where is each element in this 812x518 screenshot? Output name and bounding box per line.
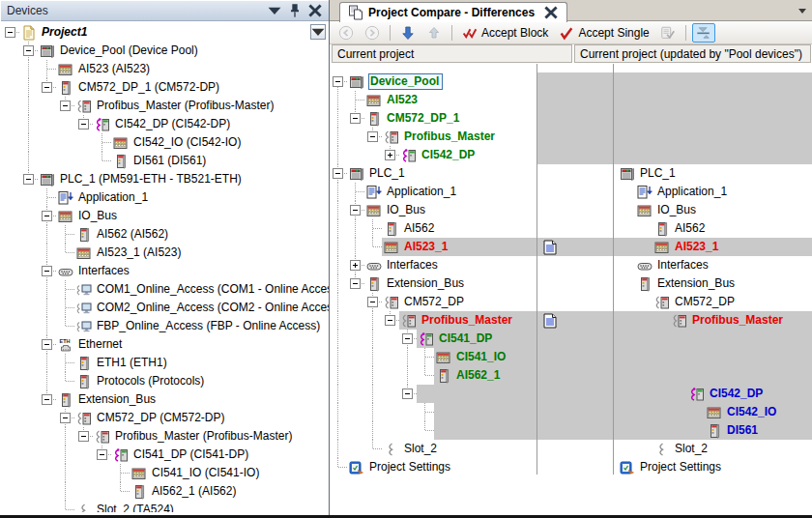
tree-item-label[interactable]: CM572_DP	[674, 294, 738, 310]
device-tree-row[interactable]: Project1	[1, 23, 329, 42]
device-tree-row[interactable]: IO_Bus	[1, 207, 329, 225]
device-tree-row[interactable]: DI561 (DI561)	[1, 152, 329, 170]
tree-expander-minus[interactable]	[42, 394, 52, 405]
tree-item-label[interactable]: CI541_IO	[455, 349, 508, 365]
compare-left-row[interactable]: AI523_1	[330, 238, 536, 256]
compare-left-row[interactable]: Profibus_Master	[330, 128, 536, 146]
device-tree-row[interactable]: CI542_IO (CI542-IO)	[1, 133, 329, 152]
tree-expander-minus[interactable]	[367, 297, 378, 307]
tree-expander-minus[interactable]	[367, 131, 378, 142]
tree-expander-minus[interactable]	[350, 113, 361, 124]
tree-expander-minus[interactable]	[5, 27, 15, 38]
tree-item-label[interactable]: CI541_DP	[438, 331, 495, 347]
tree-item-label[interactable]: ETH1 (ETH1)	[96, 355, 170, 371]
tree-item-label[interactable]: CI542_IO (CI542-IO)	[132, 134, 244, 151]
devices-header-close-button[interactable]	[307, 4, 323, 18]
compare-left-row[interactable]: Interfaces	[330, 256, 536, 274]
device-tree-row[interactable]: COM2_Online_Access (COM2 - Online Access…	[1, 299, 329, 317]
device-tree-row[interactable]: CM572_DP_1 (CM572-DP)	[1, 78, 329, 97]
tabstrip-dropdown-icon[interactable]	[798, 9, 806, 14]
compare-left-row[interactable]	[330, 403, 536, 421]
tree-item-label[interactable]: CI542_DP	[420, 147, 478, 163]
tree-item-label[interactable]: COM1_Online_Access (COM1 - Online Access…	[96, 281, 329, 298]
compare-left-row[interactable]: CI541_DP	[330, 330, 536, 348]
tree-item-label[interactable]: FBP_Online_Access (FBP - Online Access)	[96, 318, 323, 334]
device-tree-row[interactable]: AI523 (AI523)	[1, 60, 329, 78]
tree-item-label[interactable]: CM572_DP (CM572-DP)	[96, 410, 228, 426]
device-tree-row[interactable]: ETH1 (ETH1)	[1, 354, 329, 372]
accept-single-button[interactable]: Accept Single	[555, 23, 652, 43]
compare-left-row[interactable]: CM572_DP	[330, 293, 536, 311]
tree-expander-minus[interactable]	[42, 82, 52, 93]
tree-item-label[interactable]: PLC_1	[639, 165, 679, 182]
tree-item-label[interactable]: Extension_Bus	[77, 391, 159, 408]
compare-left-row[interactable]: CI542_DP	[330, 146, 536, 164]
sync-view-button[interactable]	[692, 23, 715, 43]
devices-header-chevron-down-button[interactable]	[267, 4, 282, 18]
tree-item-label[interactable]: AI562_1	[455, 367, 503, 384]
tree-item-label[interactable]: PLC_1 (PM591-ETH - TB521-ETH)	[59, 171, 245, 187]
compare-right-row[interactable]: Extension_Bus	[614, 274, 812, 293]
tree-expander-plus[interactable]	[350, 260, 361, 271]
tree-expander-minus[interactable]	[23, 174, 34, 185]
tree-expander-minus[interactable]	[333, 168, 343, 179]
tree-item-label[interactable]: AI523_1 (AI523)	[96, 245, 184, 261]
tree-expander-minus[interactable]	[402, 388, 413, 399]
tree-item-label[interactable]: Extension_Bus	[386, 275, 467, 292]
compare-left-row[interactable]: Extension_Bus	[330, 274, 536, 293]
column-header-current-project[interactable]: Current project	[332, 44, 572, 63]
tree-item-label[interactable]: AI523 (AI523)	[77, 61, 153, 77]
tree-item-label[interactable]: AI562	[674, 220, 708, 237]
tree-item-label[interactable]: Protocols (Protocols)	[96, 373, 207, 389]
tree-item-label[interactable]: AI523_1	[674, 239, 721, 255]
compare-left-row[interactable]: IO_Bus	[330, 201, 536, 219]
tree-expander-minus[interactable]	[23, 45, 34, 56]
tree-item-label[interactable]: CM572_DP_1	[386, 110, 462, 127]
tab-project-compare[interactable]: Project Compare - Differences	[339, 2, 567, 22]
compare-left-row[interactable]: Profibus_Master	[330, 311, 536, 330]
tree-item-label[interactable]: CM572_DP	[403, 294, 467, 310]
tree-item-label[interactable]: Profibus_Master (Profibus-Master)	[96, 98, 276, 114]
compare-right-row[interactable]: CM572_DP	[614, 293, 812, 311]
tree-expander-plus[interactable]	[385, 150, 395, 160]
tree-item-label[interactable]: Interfaces	[656, 257, 711, 273]
tree-expander-minus[interactable]	[60, 101, 71, 111]
tree-item-label[interactable]: PLC_1	[368, 165, 408, 182]
compare-left-row[interactable]: PLC_1	[330, 164, 536, 183]
tree-item-label[interactable]: CI542_DP	[709, 386, 766, 402]
tree-expander-minus[interactable]	[42, 211, 52, 221]
tree-item-label[interactable]: Application_1	[656, 184, 730, 200]
tree-item-label[interactable]: Slot_2	[674, 441, 710, 457]
tree-item-label[interactable]: DI561 (DI561)	[132, 153, 209, 169]
device-tree-row[interactable]: Extension_Bus	[1, 390, 329, 409]
tree-item-label[interactable]: CI541_IO (CI541-IO)	[151, 465, 262, 481]
compare-left-row[interactable]: CM572_DP_1	[330, 109, 536, 128]
tree-item-label[interactable]: Profibus_Master	[403, 129, 498, 145]
nav-back-button[interactable]	[334, 23, 358, 43]
tree-item-label[interactable]: Profibus_Master (Profibus-Master)	[114, 428, 295, 445]
compare-right-row[interactable]	[614, 128, 812, 146]
tree-expander-minus[interactable]	[350, 205, 361, 216]
tree-item-label[interactable]: Ethernet	[77, 336, 125, 353]
device-tree-row[interactable]: Device_Pool (Device Pool)	[1, 42, 329, 60]
tree-item-label[interactable]: COM2_Online_Access (COM2 - Online Access…	[96, 300, 329, 316]
compare-left-row[interactable]	[330, 421, 536, 440]
tree-item-label[interactable]: Application_1	[77, 189, 151, 206]
tree-item-label[interactable]: Slot_2	[403, 441, 440, 457]
compare-right-row[interactable]	[614, 146, 812, 164]
devices-header-pin-button[interactable]	[287, 4, 303, 18]
compare-left-row[interactable]	[330, 385, 536, 403]
tree-expander-minus[interactable]	[385, 315, 395, 326]
device-tree-row[interactable]: Slot_2 (TA524)	[1, 501, 329, 512]
tree-item-label[interactable]: CI541_DP (CI541-DP)	[132, 446, 251, 463]
compare-right-row[interactable]: PLC_1	[614, 164, 812, 183]
compare-left-row[interactable]: Device_Pool	[330, 72, 536, 91]
compare-left-row[interactable]: Application_1	[330, 183, 536, 201]
device-tree-row[interactable]: ETHEthernet	[1, 335, 329, 354]
compare-right-row[interactable]	[614, 109, 812, 128]
tree-item-label[interactable]: Project Settings	[639, 459, 724, 475]
tree-item-label[interactable]: AI562	[403, 220, 437, 237]
tree-item-label[interactable]: CI542_IO	[726, 404, 779, 420]
compare-left-row[interactable]: AI562	[330, 219, 536, 238]
compare-right-row[interactable]: IO_Bus	[614, 201, 812, 219]
